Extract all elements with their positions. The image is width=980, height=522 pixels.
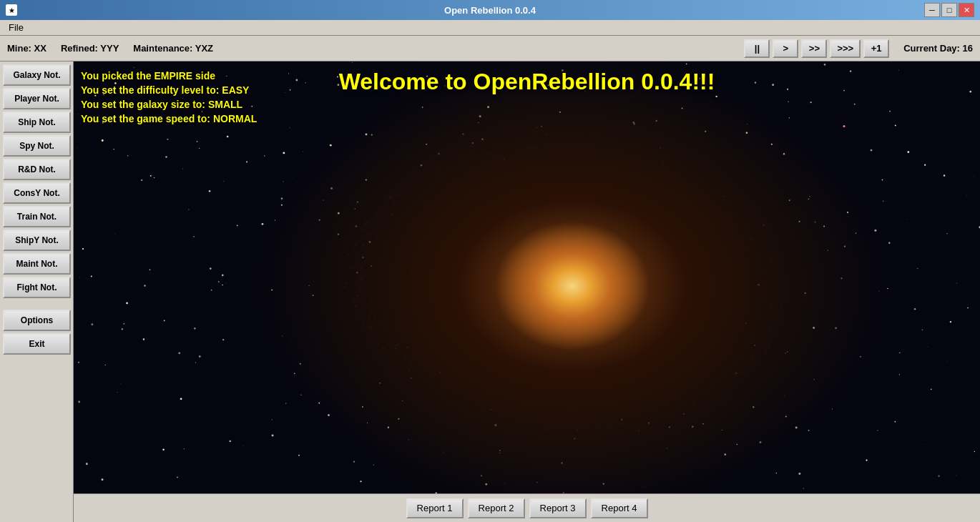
galaxy-not-button[interactable]: Galaxy Not. — [3, 64, 71, 86]
report3-button[interactable]: Report 3 — [529, 498, 587, 518]
rd-not-button[interactable]: R&D Not. — [3, 159, 71, 180]
pause-button[interactable]: || — [744, 39, 770, 58]
report1-button[interactable]: Report 1 — [406, 498, 464, 518]
refined-resource: Refined: YYY — [61, 43, 119, 54]
exit-button[interactable]: Exit — [3, 333, 71, 355]
fight-not-button[interactable]: Fight Not. — [3, 277, 71, 298]
sidebar: Galaxy Not.Player Not.Ship Not.Spy Not.R… — [0, 61, 74, 522]
info-overlay: You picked the EMPIRE sideYou set the di… — [81, 69, 257, 126]
toolbar-resources: Mine: XX Refined: YYY Maintenance: YXZ — [7, 43, 730, 54]
minimize-button[interactable]: ─ — [924, 3, 940, 17]
menubar: File — [0, 20, 980, 36]
app-icon: ★ — [6, 4, 17, 16]
ship-not-button[interactable]: Ship Not. — [3, 112, 71, 133]
info-line-2: You set the galaxy size to: SMALL — [81, 97, 257, 112]
shipy-not-button[interactable]: ShipY Not. — [3, 230, 71, 251]
titlebar-left: ★ — [6, 4, 17, 16]
maint-not-button[interactable]: Maint Not. — [3, 253, 71, 275]
galaxy-core — [74, 61, 980, 493]
spy-not-button[interactable]: Spy Not. — [3, 135, 71, 157]
content-area: Welcome to OpenRebellion 0.0.4!!! You pi… — [74, 61, 980, 522]
report2-button[interactable]: Report 2 — [468, 498, 525, 518]
file-menu[interactable]: File — [3, 21, 29, 34]
current-day: Current Day: 16 — [903, 43, 973, 54]
titlebar-buttons: ─ □ ✕ — [924, 3, 974, 17]
maximize-button[interactable]: □ — [941, 3, 957, 17]
report4-button[interactable]: Report 4 — [591, 498, 648, 518]
step3-button[interactable]: >>> — [830, 39, 861, 58]
maintenance-resource: Maintenance: YXZ — [133, 43, 213, 54]
step2-button[interactable]: >> — [801, 39, 827, 58]
titlebar: ★ Open Rebellion 0.0.4 ─ □ ✕ — [0, 0, 980, 20]
titlebar-title: Open Rebellion 0.0.4 — [444, 5, 536, 16]
player-not-button[interactable]: Player Not. — [3, 88, 71, 109]
galaxy-background — [74, 61, 980, 493]
toolbar: Mine: XX Refined: YYY Maintenance: YXZ |… — [0, 36, 980, 61]
step1-button[interactable]: > — [773, 39, 798, 58]
options-button[interactable]: Options — [3, 310, 71, 331]
train-not-button[interactable]: Train Not. — [3, 206, 71, 227]
welcome-title: Welcome to OpenRebellion 0.0.4!!! — [339, 69, 715, 95]
mine-resource: Mine: XX — [7, 43, 46, 54]
report-bar: Report 1Report 2Report 3Report 4 — [74, 493, 980, 522]
info-line-1: You set the difficulty level to: EASY — [81, 83, 257, 97]
main-area: Galaxy Not.Player Not.Ship Not.Spy Not.R… — [0, 61, 980, 522]
info-line-0: You picked the EMPIRE side — [81, 69, 257, 83]
close-button[interactable]: ✕ — [959, 3, 974, 17]
toolbar-controls: || > >> >>> +1 — [744, 39, 889, 58]
consy-not-button[interactable]: ConsY Not. — [3, 182, 71, 204]
info-line-3: You set the game speed to: NORMAL — [81, 112, 257, 126]
plus1-button[interactable]: +1 — [863, 39, 889, 58]
